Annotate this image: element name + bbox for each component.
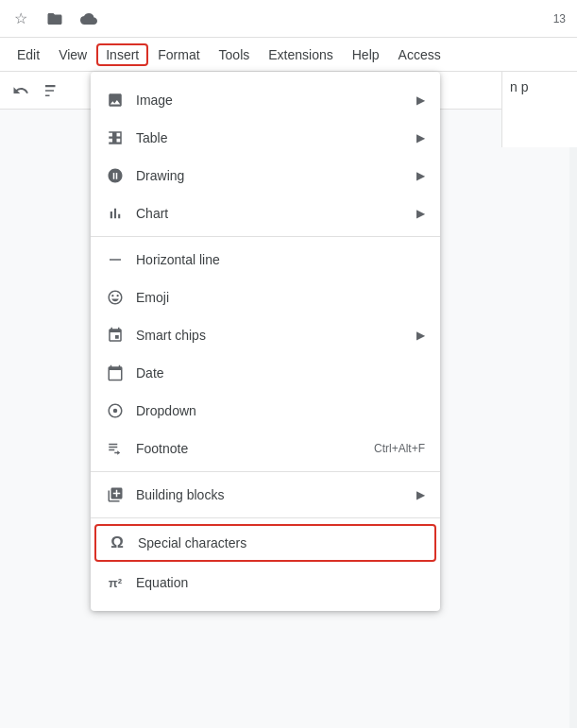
dropdown-icon bbox=[106, 401, 125, 420]
menu-item-building-blocks[interactable]: Building blocks ▶ bbox=[91, 476, 440, 514]
emoji-label: Emoji bbox=[136, 290, 425, 305]
drawing-label: Drawing bbox=[136, 168, 405, 183]
special-characters-icon: Ω bbox=[108, 533, 127, 552]
menu-item-equation[interactable]: π² Equation bbox=[91, 564, 440, 601]
menu-item-table[interactable]: Table ▶ bbox=[91, 119, 440, 157]
menu-insert[interactable]: Insert bbox=[96, 43, 148, 66]
menu-access[interactable]: Access bbox=[389, 43, 450, 66]
menu-item-drawing[interactable]: Drawing ▶ bbox=[91, 157, 440, 195]
equation-icon: π² bbox=[106, 573, 125, 592]
date-label: Date bbox=[136, 365, 425, 381]
image-arrow: ▶ bbox=[416, 93, 425, 107]
menu-item-image[interactable]: Image ▶ bbox=[91, 81, 440, 119]
undo-icon[interactable] bbox=[8, 77, 34, 104]
equation-label: Equation bbox=[136, 575, 425, 590]
menu-bar: Edit View Insert Format Tools Extensions… bbox=[0, 38, 577, 72]
paint-format-icon[interactable] bbox=[38, 77, 64, 104]
table-icon bbox=[106, 128, 125, 147]
building-blocks-icon bbox=[106, 485, 125, 504]
table-arrow: ▶ bbox=[416, 131, 425, 144]
top-bar: ☆ 13 bbox=[0, 0, 577, 38]
right-panel-text: n p bbox=[502, 72, 577, 102]
insert-dropdown-menu: Image ▶ Table ▶ Drawing ▶ Chart ▶ bbox=[91, 72, 440, 611]
menu-section-2: Horizontal line Emoji Smart chips ▶ Date bbox=[91, 237, 440, 472]
menu-item-dropdown[interactable]: Dropdown bbox=[91, 392, 440, 430]
menu-format[interactable]: Format bbox=[148, 43, 209, 66]
menu-view[interactable]: View bbox=[49, 43, 96, 66]
special-characters-label: Special characters bbox=[138, 535, 423, 550]
footnote-label: Footnote bbox=[136, 441, 363, 456]
smart-chips-arrow: ▶ bbox=[416, 329, 425, 342]
horizontal-line-icon bbox=[106, 250, 125, 269]
menu-item-emoji[interactable]: Emoji bbox=[91, 279, 440, 316]
table-label: Table bbox=[136, 130, 405, 145]
menu-item-footnote[interactable]: Footnote Ctrl+Alt+F bbox=[91, 430, 440, 467]
image-icon bbox=[106, 91, 125, 110]
horizontal-line-label: Horizontal line bbox=[136, 252, 425, 267]
right-panel: n p bbox=[501, 72, 577, 147]
cloud-icon[interactable] bbox=[79, 9, 98, 28]
chart-icon bbox=[106, 204, 125, 223]
footnote-icon bbox=[106, 439, 125, 458]
folder-icon[interactable] bbox=[45, 9, 64, 28]
menu-edit[interactable]: Edit bbox=[8, 43, 49, 66]
footnote-shortcut: Ctrl+Alt+F bbox=[374, 442, 425, 455]
scrollbar[interactable] bbox=[569, 72, 577, 728]
drawing-icon bbox=[106, 166, 125, 185]
menu-section-1: Image ▶ Table ▶ Drawing ▶ Chart ▶ bbox=[91, 77, 440, 237]
menu-section-4: Ω Special characters π² Equation bbox=[91, 518, 440, 605]
menu-extensions[interactable]: Extensions bbox=[259, 43, 342, 66]
menu-item-smart-chips[interactable]: Smart chips ▶ bbox=[91, 316, 440, 354]
menu-item-special-characters[interactable]: Ω Special characters bbox=[94, 524, 436, 562]
date-icon bbox=[106, 364, 125, 382]
page-number: 13 bbox=[553, 12, 566, 25]
chart-arrow: ▶ bbox=[416, 207, 425, 220]
menu-section-3: Building blocks ▶ bbox=[91, 472, 440, 518]
menu-item-horizontal-line[interactable]: Horizontal line bbox=[91, 241, 440, 279]
menu-item-date[interactable]: Date bbox=[91, 354, 440, 392]
building-blocks-arrow: ▶ bbox=[416, 488, 425, 501]
menu-help[interactable]: Help bbox=[343, 43, 389, 66]
smart-chips-label: Smart chips bbox=[136, 328, 405, 343]
smart-chips-icon bbox=[106, 326, 125, 345]
image-label: Image bbox=[136, 93, 405, 108]
drawing-arrow: ▶ bbox=[416, 169, 425, 182]
building-blocks-label: Building blocks bbox=[136, 487, 405, 502]
emoji-icon bbox=[106, 288, 125, 307]
dropdown-label: Dropdown bbox=[136, 403, 425, 418]
menu-tools[interactable]: Tools bbox=[210, 43, 260, 66]
chart-label: Chart bbox=[136, 206, 405, 221]
svg-point-0 bbox=[113, 409, 118, 414]
star-icon[interactable]: ☆ bbox=[11, 9, 30, 28]
menu-item-chart[interactable]: Chart ▶ bbox=[91, 195, 440, 232]
